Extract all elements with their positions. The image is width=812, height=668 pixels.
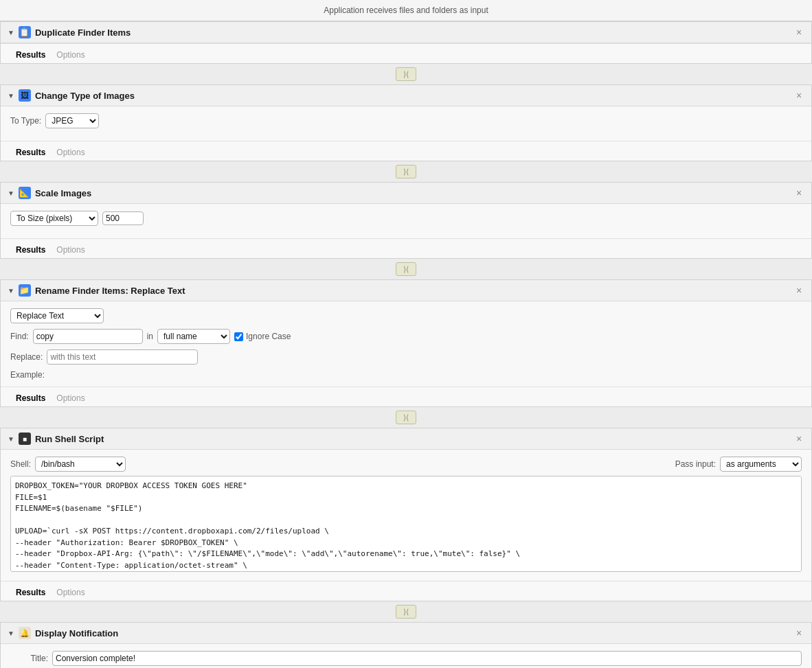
rename-finder-title: Rename Finder Items: Replace Text bbox=[35, 286, 804, 296]
connector-5: ⟩⟨ bbox=[0, 601, 812, 622]
to-type-row: To Type: JPEG PNG TIFF GIF BMP bbox=[10, 113, 802, 128]
run-shell-body: Shell: /bin/bash /bin/sh /usr/bin/python… bbox=[1, 450, 811, 581]
change-type-title: Change Type of Images bbox=[35, 91, 804, 101]
duplicate-finder-tabs: Results Options bbox=[1, 43, 811, 63]
pass-input-label: Pass input: bbox=[675, 459, 716, 469]
example-row: Example: bbox=[10, 370, 802, 380]
shell-right: Pass input: as arguments to stdin bbox=[675, 457, 802, 472]
scale-row: To Size (pixels) To Percentage To Width … bbox=[10, 211, 802, 226]
in-select[interactable]: full name base name extension bbox=[157, 329, 230, 344]
tab-results-5[interactable]: Results bbox=[10, 586, 51, 601]
to-type-label: To Type: bbox=[10, 116, 41, 126]
duplicate-finder-icon: 📋 bbox=[19, 26, 31, 38]
run-shell-icon: ■ bbox=[19, 433, 31, 445]
title-label: Title: bbox=[10, 654, 48, 663]
rename-finder-body: Replace Text Add Text Make Sequential Fi… bbox=[1, 301, 811, 387]
change-type-icon: 🖼 bbox=[19, 89, 31, 102]
scale-images-title: Scale Images bbox=[35, 188, 804, 198]
change-type-body: To Type: JPEG PNG TIFF GIF BMP bbox=[1, 106, 811, 141]
run-shell-title: Run Shell Script bbox=[35, 434, 804, 444]
display-notification-icon: 🔔 bbox=[19, 627, 31, 639]
duplicate-finder-title: Duplicate Finder Items bbox=[35, 27, 804, 38]
tab-results-3[interactable]: Results bbox=[10, 243, 51, 258]
tab-options-3[interactable]: Options bbox=[51, 243, 90, 258]
find-row: Find: in full name base name extension I… bbox=[10, 329, 802, 344]
ignore-case-checkbox[interactable] bbox=[234, 332, 243, 341]
scale-images-icon: 📐 bbox=[19, 187, 31, 199]
tab-results-2[interactable]: Results bbox=[10, 146, 51, 161]
close-button-6[interactable]: × bbox=[793, 627, 804, 638]
script-editor[interactable]: DROPBOX_TOKEN="YOUR DROPBOX ACCESS TOKEN… bbox=[10, 476, 802, 572]
block-rename-finder: ▼ 📁 Rename Finder Items: Replace Text × … bbox=[0, 279, 812, 407]
ignore-case-row: Ignore Case bbox=[234, 332, 291, 341]
rename-finder-icon: 📁 bbox=[19, 284, 31, 297]
shell-select[interactable]: /bin/bash /bin/sh /usr/bin/python3 bbox=[35, 457, 126, 472]
top-bar-text: Application receives files and folders a… bbox=[324, 5, 488, 15]
pass-input-select[interactable]: as arguments to stdin bbox=[720, 457, 802, 472]
connector-2: ⟩⟨ bbox=[0, 161, 812, 182]
tab-options-4[interactable]: Options bbox=[51, 391, 90, 406]
top-bar: Application receives files and folders a… bbox=[0, 0, 812, 21]
title-input[interactable] bbox=[52, 651, 802, 666]
workflow-container: ▼ 📋 Duplicate Finder Items × Results Opt… bbox=[0, 21, 812, 668]
replace-input[interactable] bbox=[47, 349, 198, 365]
block-change-type-header: ▼ 🖼 Change Type of Images × bbox=[1, 85, 811, 106]
rename-finder-tabs: Results Options bbox=[1, 387, 811, 406]
close-button-4[interactable]: × bbox=[793, 285, 804, 296]
block-duplicate-finder: ▼ 📋 Duplicate Finder Items × Results Opt… bbox=[0, 21, 812, 64]
connector-1: ⟩⟨ bbox=[0, 64, 812, 84]
scale-images-tabs: Results Options bbox=[1, 238, 811, 258]
tab-results-1[interactable]: Results bbox=[10, 48, 51, 63]
replace-row: Replace: bbox=[10, 349, 802, 365]
connector-arrow-4: ⟩⟨ bbox=[396, 411, 416, 424]
block-scale-images-header: ▼ 📐 Scale Images × bbox=[1, 183, 811, 204]
connector-arrow-3: ⟩⟨ bbox=[396, 262, 416, 276]
find-label: Find: bbox=[10, 332, 29, 341]
close-button-1[interactable]: × bbox=[793, 27, 804, 38]
shell-settings-row: Shell: /bin/bash /bin/sh /usr/bin/python… bbox=[10, 457, 802, 472]
example-label: Example: bbox=[10, 370, 45, 380]
rename-sub-select-row: Replace Text Add Text Make Sequential bbox=[10, 308, 802, 323]
block-display-notification-header: ▼ 🔔 Display Notification × bbox=[1, 623, 811, 644]
collapse-arrow-5[interactable]: ▼ bbox=[8, 435, 14, 443]
block-change-type: ▼ 🖼 Change Type of Images × To Type: JPE… bbox=[0, 84, 812, 161]
title-row: Title: bbox=[10, 651, 802, 666]
connector-4: ⟩⟨ bbox=[0, 407, 812, 428]
rename-mode-select[interactable]: Replace Text Add Text Make Sequential bbox=[10, 308, 104, 323]
scale-value-input[interactable] bbox=[102, 211, 144, 225]
close-button-2[interactable]: × bbox=[793, 90, 804, 101]
close-button-5[interactable]: × bbox=[793, 433, 804, 444]
collapse-arrow-4[interactable]: ▼ bbox=[8, 287, 14, 295]
block-run-shell: ▼ ■ Run Shell Script × Shell: /bin/bash … bbox=[0, 428, 812, 601]
tab-options-1[interactable]: Options bbox=[51, 48, 90, 63]
collapse-arrow-3[interactable]: ▼ bbox=[8, 189, 14, 197]
connector-3: ⟩⟨ bbox=[0, 259, 812, 279]
shell-left: Shell: /bin/bash /bin/sh /usr/bin/python… bbox=[10, 457, 126, 472]
tab-options-5[interactable]: Options bbox=[51, 586, 90, 601]
block-display-notification: ▼ 🔔 Display Notification × Title: Subtit… bbox=[0, 622, 812, 668]
collapse-arrow-6[interactable]: ▼ bbox=[8, 630, 14, 637]
shell-label: Shell: bbox=[10, 459, 31, 469]
scale-type-select[interactable]: To Size (pixels) To Percentage To Width … bbox=[10, 211, 98, 226]
block-duplicate-finder-header: ▼ 📋 Duplicate Finder Items × bbox=[1, 22, 811, 43]
change-type-tabs: Results Options bbox=[1, 141, 811, 161]
in-label: in bbox=[147, 332, 153, 341]
to-type-select[interactable]: JPEG PNG TIFF GIF BMP bbox=[45, 113, 99, 128]
tab-options-2[interactable]: Options bbox=[51, 146, 90, 161]
block-run-shell-header: ▼ ■ Run Shell Script × bbox=[1, 428, 811, 450]
find-input[interactable] bbox=[33, 329, 143, 344]
connector-arrow-5: ⟩⟨ bbox=[396, 605, 416, 619]
collapse-arrow-2[interactable]: ▼ bbox=[8, 92, 14, 100]
tab-results-4[interactable]: Results bbox=[10, 391, 51, 406]
connector-arrow-1: ⟩⟨ bbox=[396, 67, 416, 81]
display-notification-title: Display Notification bbox=[35, 628, 804, 638]
ignore-case-label: Ignore Case bbox=[246, 332, 291, 341]
block-scale-images: ▼ 📐 Scale Images × To Size (pixels) To P… bbox=[0, 182, 812, 259]
run-shell-tabs: Results Options bbox=[1, 581, 811, 601]
collapse-arrow-1[interactable]: ▼ bbox=[8, 29, 14, 36]
display-notification-body: Title: Subtitle: Message: bbox=[1, 644, 811, 668]
connector-arrow-2: ⟩⟨ bbox=[396, 165, 416, 178]
replace-label: Replace: bbox=[10, 352, 43, 362]
block-rename-finder-header: ▼ 📁 Rename Finder Items: Replace Text × bbox=[1, 280, 811, 301]
close-button-3[interactable]: × bbox=[793, 187, 804, 198]
